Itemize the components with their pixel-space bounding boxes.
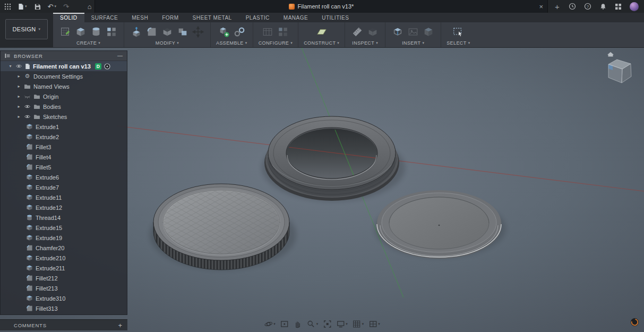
feature-row[interactable]: Thread14 (1, 212, 127, 223)
tab-sheet-metal[interactable]: SHEET METAL (186, 13, 239, 22)
help-icon[interactable]: ? (584, 3, 591, 10)
measure-tool-icon[interactable] (350, 25, 364, 39)
inspect-menu[interactable]: INSPECT▾ (352, 40, 378, 46)
look-at-tool[interactable] (280, 320, 289, 328)
feature-row[interactable]: Extrude1 (1, 122, 127, 132)
feature-row[interactable]: Extrude211 (1, 263, 127, 273)
feature-row[interactable]: Extrude6 (1, 172, 127, 182)
decal-tool-icon[interactable] (406, 25, 420, 39)
tab-form[interactable]: FORM (155, 13, 185, 22)
press-pull-icon[interactable] (130, 25, 143, 39)
extrude-tool-icon[interactable] (74, 25, 88, 39)
insert-derive-icon[interactable] (391, 25, 405, 39)
caret-right-icon[interactable]: ▸ (16, 84, 21, 89)
display-settings-tool[interactable]: ▾ (336, 320, 348, 328)
insert-menu[interactable]: INSERT▾ (402, 40, 424, 46)
feature-row[interactable]: Extrude210 (1, 253, 127, 263)
extensions-grid-icon[interactable] (615, 3, 622, 10)
caret-down-icon[interactable]: ▾ (8, 64, 13, 69)
comments-bar[interactable]: COMMENTS + (0, 319, 127, 330)
section-analysis-icon[interactable] (366, 25, 380, 39)
viewports-tool[interactable]: ▾ (368, 320, 380, 328)
visibility-eye-icon[interactable] (15, 64, 22, 69)
feature-row[interactable]: Extrude310 (1, 293, 127, 303)
redo-icon[interactable]: ↷ (63, 3, 69, 10)
construct-menu[interactable]: CONSTRUCT▾ (304, 40, 339, 46)
move-copy-icon[interactable] (191, 25, 205, 39)
document-tab[interactable]: Filament roll can v13* × (95, 0, 548, 13)
tree-item-origin[interactable]: ▸ Origin (1, 91, 127, 101)
new-component-icon[interactable] (217, 25, 231, 39)
configuration-table-icon[interactable] (261, 25, 274, 39)
user-avatar[interactable] (630, 2, 639, 11)
caret-right-icon[interactable]: ▸ (16, 104, 21, 109)
revolve-tool-icon[interactable] (89, 25, 103, 39)
tree-item-sketches[interactable]: ▸ Sketches (1, 112, 127, 122)
tree-item-named-views[interactable]: ▸ Named Views (1, 81, 127, 91)
visibility-eye-icon[interactable] (24, 114, 31, 119)
job-status-indicator[interactable] (630, 318, 639, 329)
app-grid-icon[interactable] (4, 3, 11, 10)
dock-panel-icon[interactable] (5, 53, 10, 58)
orbit-tool[interactable]: ▾ (264, 320, 276, 328)
home-icon[interactable]: ⌂ (88, 3, 92, 10)
tree-item-document-settings[interactable]: ▸ ⚙ Document Settings (1, 71, 127, 81)
visibility-eye-icon[interactable] (24, 104, 31, 109)
workspace-switcher-button[interactable]: DESIGN ▾ (5, 19, 48, 39)
close-tab-icon[interactable]: × (539, 0, 543, 13)
feature-row[interactable]: Extrude19 (1, 233, 127, 243)
new-tab-icon[interactable]: + (555, 0, 560, 13)
assemble-menu[interactable]: ASSEMBLE▾ (216, 40, 247, 46)
feature-row[interactable]: Fillet5 (1, 162, 127, 172)
feature-row[interactable]: Fillet4 (1, 152, 127, 162)
pan-tool[interactable] (294, 320, 302, 328)
feature-row[interactable]: Fillet212 (1, 273, 127, 283)
visibility-eye-off-icon[interactable] (24, 94, 31, 99)
grid-snaps-tool[interactable]: ▾ (353, 320, 364, 328)
feature-row[interactable]: Extrude12 (1, 202, 127, 212)
new-sketch-icon[interactable] (58, 25, 72, 39)
tab-plastic[interactable]: PLASTIC (239, 13, 277, 22)
notifications-bell-icon[interactable] (599, 3, 607, 10)
create-menu[interactable]: CREATE▾ (76, 40, 100, 46)
fillet-tool-icon[interactable] (145, 25, 159, 39)
job-status-clock-icon[interactable] (569, 3, 576, 10)
configuration-theme-icon[interactable] (276, 25, 290, 39)
tab-solid[interactable]: SOLID (53, 13, 84, 22)
select-tool-icon[interactable] (451, 25, 465, 39)
combine-tool-icon[interactable] (176, 25, 190, 39)
insert-mesh-icon[interactable] (422, 25, 435, 39)
browser-header[interactable]: BROWSER — (1, 51, 127, 61)
feature-row[interactable]: Extrude7 (1, 182, 127, 192)
undo-icon[interactable]: ↶ ▾ (48, 3, 56, 10)
fit-tool[interactable] (323, 320, 331, 328)
add-comment-button[interactable]: + (118, 321, 122, 329)
shell-tool-icon[interactable] (160, 25, 174, 39)
minimize-panel-icon[interactable]: — (117, 53, 123, 58)
tab-utilities[interactable]: UTILITIES (315, 13, 356, 22)
caret-right-icon[interactable]: ▸ (16, 74, 21, 79)
feature-row[interactable]: Fillet313 (1, 303, 127, 313)
tab-manage[interactable]: MANAGE (277, 13, 315, 22)
root-component-row[interactable]: ▾ Filament roll can v13 D (1, 61, 127, 71)
feature-row[interactable]: Chamfer20 (1, 243, 127, 253)
feature-row[interactable]: Extrude2 (1, 132, 127, 142)
tab-mesh[interactable]: MESH (125, 13, 155, 22)
configure-menu[interactable]: CONFIGURE▾ (259, 40, 293, 46)
pattern-tool-icon[interactable] (105, 25, 118, 39)
feature-row[interactable]: Fillet213 (1, 283, 127, 293)
save-icon[interactable] (34, 3, 41, 10)
caret-right-icon[interactable]: ▸ (16, 114, 21, 119)
zoom-tool[interactable]: ▾ (307, 320, 319, 328)
file-menu-icon[interactable]: ▾ (18, 3, 27, 10)
joint-tool-icon[interactable] (233, 25, 246, 39)
feature-row[interactable]: Extrude11 (1, 192, 127, 202)
feature-row[interactable]: Fillet3 (1, 142, 127, 152)
construction-plane-icon[interactable] (315, 25, 329, 39)
tab-surface[interactable]: SURFACE (84, 13, 125, 22)
select-menu[interactable]: SELECT▾ (446, 40, 470, 46)
tree-item-bodies[interactable]: ▸ Bodies (1, 101, 127, 112)
caret-right-icon[interactable]: ▸ (16, 94, 21, 99)
modify-menu[interactable]: MODIFY▾ (156, 40, 179, 46)
feature-row[interactable]: Extrude15 (1, 223, 127, 233)
